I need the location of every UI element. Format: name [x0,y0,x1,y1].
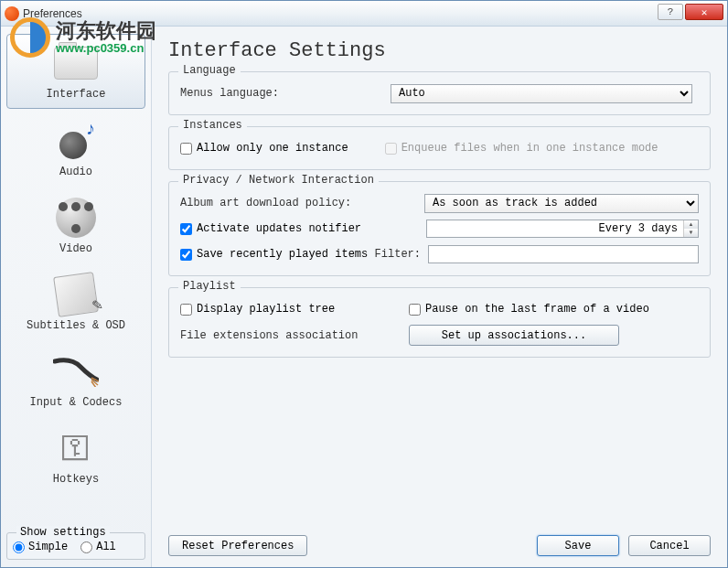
document-pencil-icon [53,272,99,317]
radio-simple[interactable]: Simple [13,541,68,553]
spin-down-button[interactable]: ▼ [684,229,698,237]
sidebar-item-label: Subtitles & OSD [8,319,144,332]
radio-all-input[interactable] [80,541,92,553]
cancel-button[interactable]: Cancel [628,535,711,556]
radio-simple-input[interactable] [13,541,25,553]
film-reel-icon [56,198,96,238]
sidebar-item-label: Audio [8,166,144,178]
updates-interval-input[interactable] [427,220,683,237]
spin-up-button[interactable]: ▲ [684,220,698,229]
menus-language-label: Menus language: [180,87,391,100]
sidebar-item-label: Video [8,242,144,255]
pause-last-frame-checkbox[interactable]: Pause on the last frame of a video [409,303,649,316]
cable-icon [53,356,99,387]
preferences-window: 河东软件园 www.pc0359.cn Preferences ? ✕ Inte… [0,0,728,568]
file-extensions-label: File extensions association [180,329,409,342]
sidebar-item-subtitles[interactable]: Subtitles & OSD [6,266,145,339]
filter-input[interactable] [428,245,699,263]
close-button[interactable]: ✕ [685,4,723,20]
reset-preferences-button[interactable]: Reset Preferences [168,535,307,556]
setup-associations-button[interactable]: Set up associations... [409,325,619,346]
radio-all[interactable]: All [80,541,116,553]
sidebar-item-label: Interface [9,88,143,101]
save-button[interactable]: Save [537,535,619,556]
sidebar: Interface ♪ Audio Video Subtitles & OSD … [1,27,152,567]
group-language: Language Menus language: Auto [168,71,711,115]
speaker-icon: ♪ [56,121,96,161]
sidebar-item-label: Hotkeys [8,473,144,486]
group-legend: Language [178,64,241,77]
group-legend: Instances [178,119,247,132]
menus-language-select[interactable]: Auto [391,84,692,103]
show-settings-legend: Show settings [16,526,110,539]
group-legend: Privacy / Network Interaction [178,174,379,187]
sidebar-item-hotkeys[interactable]: ⚿ Hotkeys [6,420,145,493]
help-button[interactable]: ? [658,4,683,20]
album-art-select[interactable]: As soon as track is added [424,194,699,213]
main-panel: Interface Settings Language Menus langua… [152,27,727,567]
group-instances: Instances Allow only one instance Enqueu… [168,126,711,170]
page-title: Interface Settings [168,39,711,62]
titlebar: Preferences ? ✕ [1,1,727,27]
sidebar-item-input-codecs[interactable]: Input & Codecs [6,343,145,416]
show-settings-group: Show settings Simple All [6,532,145,560]
group-playlist: Playlist Display playlist tree Pause on … [168,287,711,358]
enqueue-files-checkbox: Enqueue files when in one instance mode [385,142,658,155]
allow-one-instance-checkbox[interactable]: Allow only one instance [180,142,348,155]
updates-interval-spinner[interactable]: ▲ ▼ [426,220,699,238]
key-icon: ⚿ [56,428,96,468]
save-recent-checkbox[interactable]: Save recently played items [180,248,368,261]
window-title: Preferences [23,7,82,20]
sidebar-item-audio[interactable]: ♪ Audio [6,113,145,186]
album-art-label: Album art download policy: [180,197,351,209]
folder-icon [54,47,98,80]
sidebar-item-video[interactable]: Video [6,189,145,263]
group-privacy: Privacy / Network Interaction Album art … [168,181,711,276]
filter-label: Filter: [375,248,421,261]
activate-updates-checkbox[interactable]: Activate updates notifier [180,222,361,235]
app-icon [5,6,19,21]
display-playlist-tree-checkbox[interactable]: Display playlist tree [180,303,409,316]
sidebar-item-label: Input & Codecs [8,396,144,409]
group-legend: Playlist [178,280,241,293]
footer: Reset Preferences Save Cancel [168,528,711,556]
sidebar-item-interface[interactable]: Interface [6,34,145,109]
